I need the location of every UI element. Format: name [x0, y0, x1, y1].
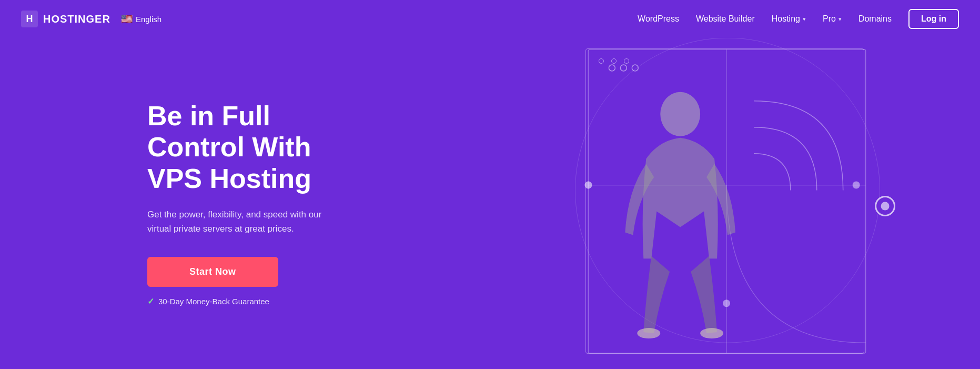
svg-point-12: [876, 197, 895, 216]
nav-domains[interactable]: Domains: [858, 14, 892, 24]
hero-visual: [559, 38, 927, 369]
hosting-chevron-icon: ▾: [803, 16, 806, 23]
guarantee-badge: ✓ 30-Day Money-Back Guarantee: [147, 296, 368, 306]
nav-hosting[interactable]: Hosting ▾: [772, 14, 806, 24]
nav-wordpress[interactable]: WordPress: [638, 14, 679, 24]
navbar-left: H HOSTINGER 🇺🇸 English: [21, 11, 161, 27]
window-dot-1: [599, 58, 604, 64]
hero-content: Be in Full Control WithVPS Hosting Get t…: [0, 101, 368, 307]
window-frame: [585, 48, 864, 354]
window-dot-3: [624, 58, 629, 64]
guarantee-text: 30-Day Money-Back Guarantee: [158, 297, 269, 306]
hostinger-logo-icon: H: [21, 11, 38, 27]
hero-subtitle: Get the power, flexibility, and speed wi…: [147, 207, 337, 236]
checkmark-icon: ✓: [147, 296, 154, 306]
navbar: H HOSTINGER 🇺🇸 English WordPress Website…: [0, 0, 980, 38]
start-now-button[interactable]: Start Now: [147, 257, 278, 287]
logo-text: HOSTINGER: [43, 13, 110, 25]
nav-website-builder[interactable]: Website Builder: [696, 14, 755, 24]
svg-text:H: H: [26, 14, 33, 24]
nav-pro[interactable]: Pro ▾: [823, 14, 842, 24]
window-dots: [599, 58, 629, 64]
language-selector[interactable]: 🇺🇸 English: [121, 13, 161, 25]
navbar-right: WordPress Website Builder Hosting ▾ Pro …: [638, 9, 959, 29]
logo[interactable]: H HOSTINGER: [21, 11, 110, 27]
login-button[interactable]: Log in: [908, 9, 959, 29]
hero-title: Be in Full Control WithVPS Hosting: [147, 101, 368, 195]
svg-point-13: [881, 202, 890, 211]
flag-icon: 🇺🇸: [121, 13, 133, 25]
pro-chevron-icon: ▾: [838, 16, 842, 23]
window-dot-2: [611, 58, 617, 64]
language-label: English: [136, 15, 161, 24]
hero-section: Be in Full Control WithVPS Hosting Get t…: [0, 38, 980, 369]
